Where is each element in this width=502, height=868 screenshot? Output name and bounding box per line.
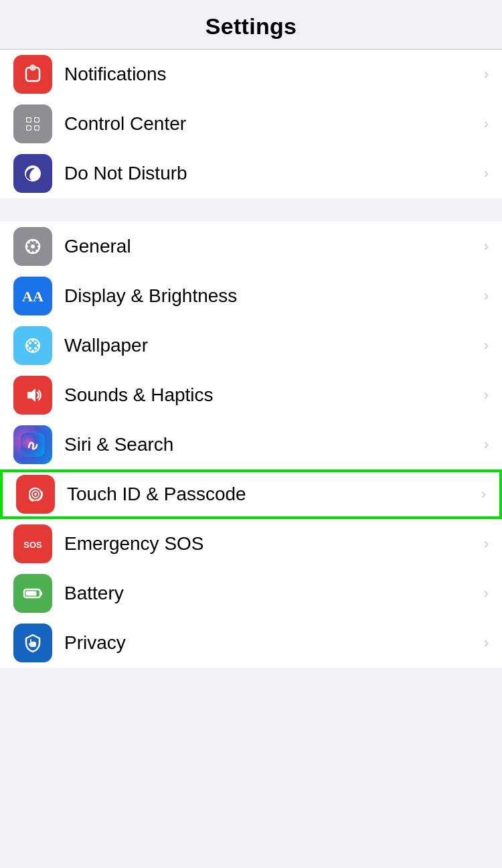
sounds-haptics-chevron: ›	[484, 386, 489, 404]
svg-point-20	[31, 350, 34, 352]
general-icon-wrapper	[13, 227, 52, 266]
svg-point-8	[35, 118, 39, 122]
sounds-haptics-label: Sounds & Haptics	[64, 384, 479, 406]
control-center-icon	[21, 112, 45, 136]
svg-point-16	[34, 342, 37, 344]
wallpaper-label: Wallpaper	[64, 335, 479, 356]
privacy-chevron: ›	[484, 634, 489, 652]
svg-point-19	[31, 339, 34, 342]
svg-point-9	[27, 126, 31, 130]
emergency-sos-icon-wrapper: SOS	[13, 524, 52, 563]
emergency-sos-chevron: ›	[484, 535, 489, 553]
svg-point-7	[27, 118, 31, 122]
settings-row-privacy[interactable]: Privacy ›	[0, 618, 502, 668]
settings-row-notifications[interactable]: Notifications ›	[0, 50, 502, 99]
do-not-disturb-label: Do Not Disturb	[64, 163, 479, 184]
battery-chevron: ›	[484, 585, 489, 602]
svg-point-2	[31, 66, 34, 69]
settings-group-2: General › AA Display & Brightness ›	[0, 222, 502, 668]
general-label: General	[64, 236, 479, 257]
svg-marker-23	[27, 388, 35, 402]
do-not-disturb-icon-wrapper	[13, 154, 52, 193]
battery-icon	[21, 581, 45, 605]
general-icon	[21, 234, 45, 259]
battery-icon-wrapper	[13, 574, 52, 613]
svg-point-12	[31, 244, 35, 248]
settings-row-control-center[interactable]: Control Center ›	[0, 99, 502, 149]
siri-icon-wrapper	[13, 425, 52, 464]
settings-row-battery[interactable]: Battery ›	[0, 569, 502, 618]
svg-point-27	[34, 493, 37, 496]
wallpaper-chevron: ›	[484, 337, 489, 354]
sounds-haptics-icon	[21, 383, 45, 407]
emergency-sos-icon: SOS	[21, 532, 45, 556]
battery-label: Battery	[64, 583, 479, 604]
display-brightness-icon-wrapper: AA	[13, 277, 52, 315]
svg-text:AA: AA	[22, 288, 44, 305]
control-center-icon-wrapper	[13, 104, 52, 143]
display-brightness-chevron: ›	[484, 287, 489, 305]
wallpaper-icon-wrapper	[13, 326, 52, 365]
settings-row-wallpaper[interactable]: Wallpaper ›	[0, 321, 502, 370]
siri-search-label: Siri & Search	[64, 434, 479, 455]
wallpaper-icon	[21, 334, 45, 358]
notifications-chevron: ›	[484, 66, 489, 83]
svg-point-21	[26, 344, 29, 347]
svg-text:SOS: SOS	[23, 540, 42, 550]
settings-row-display-brightness[interactable]: AA Display & Brightness ›	[0, 271, 502, 321]
svg-point-17	[29, 347, 31, 350]
notifications-icon-wrapper	[13, 55, 52, 94]
siri-search-chevron: ›	[484, 436, 489, 453]
notifications-icon	[21, 62, 45, 86]
general-chevron: ›	[484, 238, 489, 255]
settings-row-touch-id-passcode[interactable]: Touch ID & Passcode ›	[0, 469, 502, 519]
page-title: Settings	[205, 13, 297, 39]
svg-point-15	[29, 342, 31, 344]
privacy-icon-wrapper	[13, 624, 52, 662]
display-brightness-label: Display & Brightness	[64, 285, 479, 307]
svg-rect-31	[26, 591, 37, 596]
emergency-sos-label: Emergency SOS	[64, 533, 479, 555]
settings-row-do-not-disturb[interactable]: Do Not Disturb ›	[0, 149, 502, 198]
siri-icon	[21, 433, 45, 457]
svg-point-10	[35, 126, 39, 130]
control-center-chevron: ›	[484, 115, 489, 133]
settings-row-sounds-haptics[interactable]: Sounds & Haptics ›	[0, 370, 502, 420]
touch-id-icon	[23, 482, 48, 506]
settings-row-siri-search[interactable]: Siri & Search ›	[0, 420, 502, 469]
privacy-label: Privacy	[64, 632, 479, 654]
display-brightness-icon: AA	[21, 284, 45, 308]
notifications-label: Notifications	[64, 64, 479, 85]
settings-row-general[interactable]: General ›	[0, 222, 502, 271]
do-not-disturb-icon	[21, 161, 45, 186]
do-not-disturb-chevron: ›	[484, 165, 489, 182]
header: Settings	[0, 0, 502, 50]
svg-rect-30	[40, 591, 42, 595]
touch-id-passcode-label: Touch ID & Passcode	[67, 484, 476, 505]
settings-group-1: Notifications › Control Center ›	[0, 50, 502, 198]
svg-point-18	[34, 347, 37, 350]
group-divider	[0, 198, 502, 222]
touch-id-passcode-chevron: ›	[481, 486, 486, 503]
touch-id-icon-wrapper	[16, 475, 55, 514]
control-center-label: Control Center	[64, 113, 479, 135]
sounds-haptics-icon-wrapper	[13, 376, 52, 415]
privacy-icon	[21, 631, 45, 655]
svg-point-22	[37, 344, 39, 347]
settings-row-emergency-sos[interactable]: SOS Emergency SOS ›	[0, 519, 502, 569]
